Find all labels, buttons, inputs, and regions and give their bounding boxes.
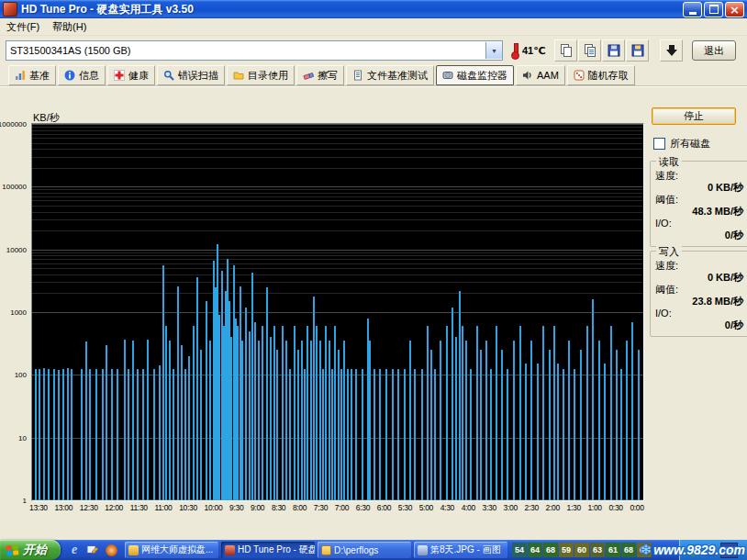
gridline-minor (32, 127, 643, 128)
activity-bar (440, 341, 441, 500)
hw-monitor-cell: 54 (512, 543, 527, 557)
tab-erase[interactable]: 擦写 (296, 65, 344, 85)
activity-bar (598, 341, 600, 500)
activity-bar (117, 369, 118, 500)
gridline-minor (32, 230, 643, 231)
activity-bar (568, 341, 570, 500)
document-icon (352, 70, 363, 81)
all-disks-checkbox[interactable] (653, 138, 665, 150)
activity-bar (111, 369, 113, 500)
task-label: HD Tune Pro - 硬盘... (238, 543, 315, 556)
close-button[interactable]: × (725, 2, 744, 17)
activity-bar (470, 369, 472, 500)
ie-quicklaunch-icon[interactable]: e (67, 543, 82, 557)
window-controls: × (683, 2, 744, 17)
start-button[interactable]: 开始 (0, 540, 61, 560)
toolbar-icon-group (554, 39, 649, 62)
menu-file[interactable]: 文件(F) (6, 20, 39, 34)
all-disks-option[interactable]: 所有磁盘 (653, 137, 710, 151)
tab-info[interactable]: 信息 (58, 65, 106, 85)
gridline-minor (32, 252, 643, 253)
tab-health[interactable]: 健康 (107, 65, 155, 85)
desktop: HD Tune Pro - 硬盘实用工具 v3.50 × 文件(F) 帮助(H)… (0, 0, 747, 560)
activity-bar (604, 364, 606, 500)
activity-bar (270, 337, 272, 500)
hw-monitor-strip: 546468596063616865 (512, 543, 652, 557)
tab-aam[interactable]: AAM (516, 65, 565, 85)
read-io-label: I/O: (655, 218, 743, 230)
gridline-minor (32, 293, 643, 294)
copy-text-button[interactable] (578, 39, 601, 62)
activity-bar (262, 326, 263, 500)
gridline-minor (32, 193, 643, 194)
task-label: 网维大师虚拟盘... (141, 543, 213, 556)
media-player-quicklaunch-icon[interactable] (104, 543, 118, 557)
y-axis-tick-label: 100000 (2, 183, 27, 191)
save-image-button[interactable] (602, 39, 625, 62)
speaker-icon (522, 70, 533, 81)
activity-bar (385, 369, 387, 500)
drive-select[interactable]: ST31500341AS (1500 GB) ▼ (6, 40, 503, 61)
hdtune-window: HD Tune Pro - 硬盘实用工具 v3.50 × 文件(F) 帮助(H)… (0, 0, 747, 540)
activity-bar (563, 369, 564, 500)
tab-benchmark[interactable]: 基准 (8, 65, 56, 85)
activity-bar (137, 369, 139, 500)
capture-button[interactable] (660, 39, 683, 62)
app-icon (128, 545, 139, 555)
copy-image-button[interactable] (554, 39, 577, 62)
gridline-minor (32, 206, 643, 207)
tab-label: 擦写 (318, 69, 338, 83)
folder-icon (233, 70, 244, 81)
taskbar-item-wangwei[interactable]: 网维大师虚拟盘... (125, 542, 218, 558)
activity-bar (530, 341, 532, 500)
tab-folder-usage[interactable]: 目录使用 (227, 65, 295, 85)
activity-bar (307, 326, 308, 500)
x-axis-tick-label: 11:30 (130, 503, 148, 512)
show-desktop-icon[interactable] (85, 543, 100, 557)
x-axis-tick-label: 6:30 (356, 503, 370, 512)
snowflake-icon: ❄ (641, 542, 652, 558)
x-axis-tick-label: 9:30 (229, 503, 243, 512)
taskbar-item-hdtune[interactable]: HD Tune Pro - 硬盘... (221, 542, 315, 558)
activity-bar (184, 369, 186, 500)
activity-bar (254, 322, 256, 500)
exit-button[interactable]: 退出 (692, 40, 736, 61)
tab-disk-monitor[interactable]: 磁盘监控器 (436, 65, 514, 85)
menu-bar: 文件(F) 帮助(H) (0, 18, 747, 36)
x-axis-tick-label: 2:00 (546, 503, 560, 512)
x-axis-tick-label: 8:30 (272, 503, 285, 512)
maximize-button[interactable] (704, 2, 723, 17)
gridline-minor (32, 143, 643, 144)
x-axis-tick-label: 9:00 (251, 503, 264, 512)
hw-monitor-cell: 68 (621, 543, 636, 557)
activity-bar (513, 341, 515, 500)
write-stats-group: 写入 速度: 0 KB/秒 阈值: 23.8 MB/秒 I/O: 0/秒 (650, 251, 747, 337)
dropdown-arrow-icon[interactable]: ▼ (485, 42, 502, 59)
minimize-button[interactable] (683, 2, 702, 17)
x-axis-tick-label: 6:00 (377, 503, 391, 512)
save-text-button[interactable] (626, 39, 649, 62)
activity-bar (153, 369, 155, 500)
activity-bar (39, 369, 40, 500)
activity-bar (165, 326, 167, 500)
activity-bar (340, 369, 342, 500)
x-axis-tick-label: 13:00 (54, 503, 72, 512)
taskbar-item-paint[interactable]: 第8天.JPG - 画图 (414, 542, 507, 558)
activity-bar (193, 326, 195, 500)
stop-button[interactable]: 停止 (652, 107, 736, 125)
tab-file-benchmark[interactable]: 文件基准测试 (346, 65, 434, 85)
start-label: 开始 (23, 542, 47, 558)
tab-random-access[interactable]: 随机存取 (567, 65, 635, 85)
tab-label: 文件基准测试 (367, 69, 428, 83)
taskbar-item-perflogs[interactable]: D:\perflogs (318, 542, 411, 558)
menu-help[interactable]: 帮助(H) (52, 20, 86, 34)
activity-bar (266, 287, 268, 500)
gridline-minor (32, 268, 643, 269)
activity-bar (409, 341, 411, 500)
write-group-title: 写入 (656, 245, 682, 259)
activity-bar (476, 326, 478, 500)
tab-error-scan[interactable]: 错误扫描 (157, 65, 225, 85)
activity-bar (218, 315, 220, 500)
watermark: ❄ www.9829.com (641, 542, 745, 558)
activity-bar (316, 326, 318, 500)
